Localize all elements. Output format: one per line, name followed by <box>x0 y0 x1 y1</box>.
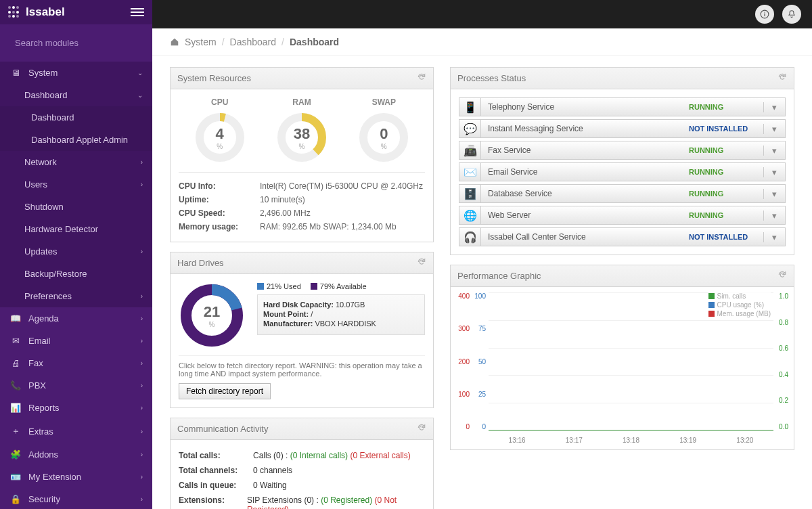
phone-icon: 📞 <box>9 380 22 391</box>
home-icon[interactable] <box>170 37 179 47</box>
puzzle-icon: 🧩 <box>9 449 22 460</box>
nav-dashboard-applet[interactable]: Dashboard Applet Admin <box>0 129 152 151</box>
gauge-disk: 21% <box>179 282 245 349</box>
refresh-icon <box>417 423 426 433</box>
panel-title: Hard Drives <box>177 258 417 268</box>
service-status: NOT INSTALLED <box>689 125 763 133</box>
info-button[interactable] <box>755 5 774 24</box>
process-row: 🎧Issabel Call Center ServiceNOT INSTALLE… <box>459 227 786 246</box>
nav-updates[interactable]: Updates› <box>0 240 152 263</box>
nav-security[interactable]: 🔒Security› <box>0 488 152 509</box>
service-name: Telephony Service <box>481 102 689 112</box>
service-name: Issabel Call Center Service <box>481 232 689 242</box>
nav-dashboard[interactable]: Dashboard⌄ <box>0 84 152 106</box>
chevron-right-icon: › <box>141 181 143 188</box>
crumb-system[interactable]: System <box>185 37 217 47</box>
fetch-report-button[interactable]: Fetch directory report <box>179 383 271 399</box>
svg-point-2 <box>764 12 765 12</box>
service-action-button[interactable]: ▾ <box>763 146 785 156</box>
service-icon: 🗄️ <box>459 185 481 202</box>
refresh-button[interactable] <box>777 270 787 282</box>
chevron-right-icon: › <box>141 315 143 322</box>
chevron-right-icon: › <box>141 382 143 389</box>
breadcrumb: System / Dashboard / Dashboard <box>152 28 812 56</box>
nav-network[interactable]: Network› <box>0 151 152 173</box>
service-action-button[interactable]: ▾ <box>763 167 785 177</box>
nav-preferences[interactable]: Preferences› <box>0 285 152 307</box>
service-name: Web Server <box>481 211 689 220</box>
service-action-button[interactable]: ▾ <box>763 102 785 112</box>
main: System / Dashboard / Dashboard System Re… <box>152 0 812 509</box>
search-input[interactable] <box>8 32 144 53</box>
nav-extras[interactable]: ＋Extras› <box>0 419 152 443</box>
nav-hardware[interactable]: Hardware Detector <box>0 218 152 240</box>
refresh-button[interactable] <box>777 72 787 84</box>
service-status: RUNNING <box>689 146 763 154</box>
brand-bar: Issabel <box>0 0 152 24</box>
nav-addons[interactable]: 🧩Addons› <box>0 443 152 466</box>
process-row: 🗄️Database ServiceRUNNING▾ <box>459 184 786 203</box>
performance-chart: 4003002001000 1007550250 1.00.80.60.40.2… <box>451 287 794 449</box>
brand-logo-icon <box>8 6 20 18</box>
service-status: NOT INSTALLED <box>689 233 763 241</box>
refresh-icon <box>417 257 426 267</box>
service-name: Instant Messaging Service <box>481 124 689 133</box>
chevron-right-icon: › <box>141 158 143 166</box>
nav-fax[interactable]: 🖨Fax› <box>0 352 152 374</box>
gauge-ram: RAM 38% <box>275 97 328 164</box>
chevron-right-icon: › <box>141 337 143 345</box>
nav-system[interactable]: 🖥System⌄ <box>0 62 152 84</box>
panel-title: System Resources <box>177 73 417 83</box>
nav-myext[interactable]: 🪪My Extension› <box>0 466 152 488</box>
service-action-button[interactable]: ▾ <box>763 189 785 199</box>
nav: 🖥System⌄ Dashboard⌄ Dashboard Dashboard … <box>0 62 152 509</box>
service-action-button[interactable]: ▾ <box>763 211 785 221</box>
refresh-button[interactable] <box>417 72 426 84</box>
refresh-button[interactable] <box>417 257 426 269</box>
nav-pbx[interactable]: 📞PBX› <box>0 374 152 397</box>
gauge-swap: SWAP 0% <box>357 97 410 164</box>
refresh-icon <box>777 270 787 280</box>
service-action-button[interactable]: ▾ <box>763 124 785 134</box>
process-row: ✉️Email ServiceRUNNING▾ <box>459 162 786 181</box>
refresh-icon <box>417 72 426 82</box>
id-icon: 🪪 <box>9 472 22 482</box>
chevron-right-icon: › <box>141 451 143 458</box>
plus-icon: ＋ <box>9 425 22 437</box>
menu-toggle-icon[interactable] <box>131 8 144 16</box>
panel-system-resources: System Resources CPU 4% RAM 38% <box>170 67 434 242</box>
chevron-right-icon: › <box>141 495 143 503</box>
process-row: 🌐Web ServerRUNNING▾ <box>459 206 786 225</box>
service-icon: ✉️ <box>459 163 481 181</box>
service-action-button[interactable]: ▾ <box>763 232 785 242</box>
brand-name: Issabel <box>26 5 65 19</box>
panel-title: Processes Status <box>457 73 777 83</box>
print-icon: 🖨 <box>9 358 22 368</box>
nav-dashboard-sub[interactable]: Dashboard <box>0 106 152 129</box>
nav-shutdown[interactable]: Shutdown <box>0 196 152 218</box>
panel-hard-drives: Hard Drives 21% 21% Used <box>170 252 434 408</box>
chevron-right-icon: › <box>141 248 143 255</box>
nav-backup[interactable]: Backup/Restore <box>0 263 152 285</box>
chart-icon: 📊 <box>9 403 22 413</box>
nav-agenda[interactable]: 📖Agenda› <box>0 307 152 330</box>
nav-email[interactable]: ✉Email› <box>0 330 152 352</box>
chevron-down-icon: ⌄ <box>137 91 143 99</box>
chart-line <box>489 430 773 430</box>
service-icon: 📱 <box>459 98 481 116</box>
lock-icon: 🔒 <box>9 494 22 504</box>
chevron-right-icon: › <box>141 292 143 300</box>
service-icon: 🎧 <box>459 228 481 246</box>
bell-button[interactable] <box>782 5 801 24</box>
nav-users[interactable]: Users› <box>0 173 152 196</box>
refresh-icon <box>777 72 787 82</box>
service-name: Email Service <box>481 167 689 177</box>
panel-communication: Communication Activity Total calls:Calls… <box>170 418 434 509</box>
book-icon: 📖 <box>9 313 22 324</box>
nav-reports[interactable]: 📊Reports› <box>0 397 152 419</box>
service-status: RUNNING <box>689 211 763 219</box>
panel-performance: Performance Graphic 4003002001000 100755… <box>450 265 794 450</box>
brand[interactable]: Issabel <box>8 5 65 19</box>
refresh-button[interactable] <box>417 423 426 435</box>
crumb-dashboard[interactable]: Dashboard <box>230 37 277 47</box>
